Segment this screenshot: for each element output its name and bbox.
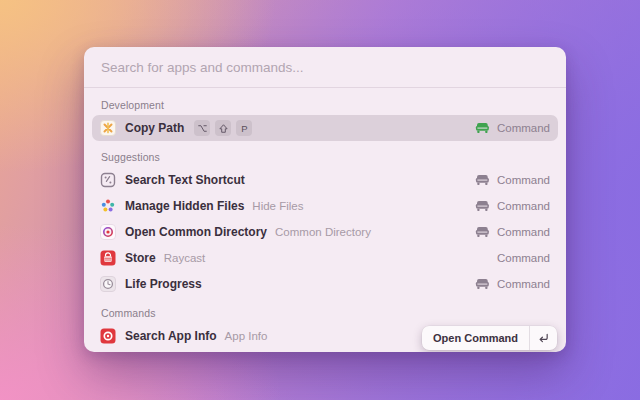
life-progress-icon bbox=[100, 276, 116, 292]
command-list: Development Copy PathP CommandSuggestion… bbox=[84, 88, 566, 346]
car-grey-icon bbox=[475, 278, 490, 290]
item-accessory: Command bbox=[475, 226, 550, 238]
item-accessory: Command bbox=[475, 278, 550, 290]
text-shortcut-icon bbox=[100, 172, 116, 188]
item-type-label: Command bbox=[497, 122, 550, 134]
search-input[interactable] bbox=[84, 47, 566, 87]
copy-path-icon bbox=[100, 120, 116, 136]
item-type-label: Command bbox=[497, 226, 550, 238]
section-label: Suggestions bbox=[92, 141, 558, 167]
list-item[interactable]: Copy PathP Command bbox=[92, 115, 558, 141]
item-type-label: Command bbox=[497, 174, 550, 186]
item-title: Search Text Shortcut bbox=[125, 173, 245, 187]
item-accessory: Command bbox=[475, 200, 550, 212]
desktop-background: Development Copy PathP CommandSuggestion… bbox=[0, 0, 640, 400]
item-title: Manage Hidden Files bbox=[125, 199, 244, 213]
return-key-icon bbox=[529, 326, 557, 350]
launcher-window: Development Copy PathP CommandSuggestion… bbox=[84, 47, 566, 352]
list-item[interactable]: Search Text Shortcut Command bbox=[92, 167, 558, 193]
item-type-label: Command bbox=[497, 278, 550, 290]
shortcut-keys: P bbox=[194, 120, 252, 136]
car-grey-icon bbox=[475, 200, 490, 212]
car-green-icon bbox=[475, 122, 490, 134]
item-title: Open Common Directory bbox=[125, 225, 267, 239]
section-label: Development bbox=[92, 93, 558, 115]
item-subtitle: Raycast bbox=[164, 252, 206, 264]
p-keycap: P bbox=[236, 120, 252, 136]
app-info-icon bbox=[100, 328, 116, 344]
list-item[interactable]: Manage Hidden FilesHide Files Command bbox=[92, 193, 558, 219]
item-accessory: Command bbox=[475, 122, 550, 134]
section-label: Commands bbox=[92, 297, 558, 323]
search-bar bbox=[84, 47, 566, 88]
item-accessory: Command bbox=[475, 174, 550, 186]
item-type-label: Command bbox=[497, 200, 550, 212]
item-title: Copy Path bbox=[125, 121, 184, 135]
item-title: Life Progress bbox=[125, 277, 202, 291]
item-accessory: Command bbox=[497, 252, 550, 264]
section-suggestions: Suggestions Search Text Shortcut Command… bbox=[92, 141, 558, 297]
section-development: Development Copy PathP Command bbox=[92, 93, 558, 141]
item-title: Search App Info bbox=[125, 329, 217, 343]
item-title: Store bbox=[125, 251, 156, 265]
option-keycap bbox=[194, 120, 210, 136]
common-directory-icon bbox=[100, 224, 116, 240]
car-grey-icon bbox=[475, 226, 490, 238]
open-command-hint[interactable]: Open Command bbox=[422, 326, 557, 350]
list-item[interactable]: Open Common DirectoryCommon Directory Co… bbox=[92, 219, 558, 245]
store-icon bbox=[100, 250, 116, 266]
list-item[interactable]: Life Progress Command bbox=[92, 271, 558, 297]
item-subtitle: Hide Files bbox=[252, 200, 303, 212]
hidden-files-icon bbox=[100, 198, 116, 214]
item-subtitle: App Info bbox=[225, 330, 268, 342]
shift-keycap bbox=[215, 120, 231, 136]
item-subtitle: Common Directory bbox=[275, 226, 371, 238]
item-type-label: Command bbox=[497, 252, 550, 264]
car-grey-icon bbox=[475, 174, 490, 186]
list-item[interactable]: StoreRaycastCommand bbox=[92, 245, 558, 271]
hint-label: Open Command bbox=[422, 332, 529, 344]
